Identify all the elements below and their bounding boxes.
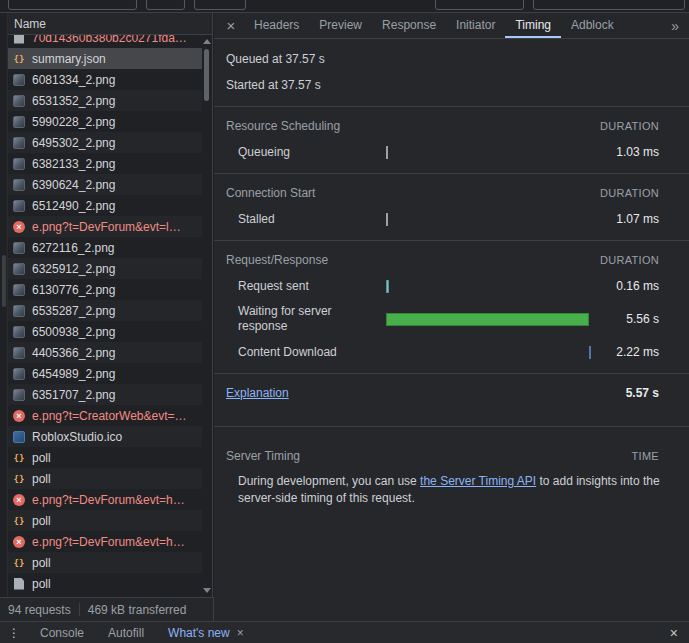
timing-section: Request/ResponseDURATIONRequest sent0.16… xyxy=(214,241,689,374)
network-request-row[interactable]: 6130776_2.png xyxy=(8,279,202,300)
network-request-row[interactable]: 6454989_2.png xyxy=(8,363,202,384)
more-tabs-button[interactable]: » xyxy=(665,13,685,38)
network-request-row[interactable]: {}poll xyxy=(8,510,202,531)
timing-duration-value: 2.22 ms xyxy=(603,345,659,359)
json-file-icon: {} xyxy=(14,558,25,568)
network-request-row[interactable]: 6500938_2.png xyxy=(8,321,202,342)
request-name: 6390624_2.png xyxy=(32,178,198,192)
network-request-row[interactable]: {}poll xyxy=(8,468,202,489)
document-file-icon xyxy=(14,35,24,44)
timing-bar-track xyxy=(386,144,595,160)
timing-sections: Resource SchedulingDURATIONQueueing1.03 … xyxy=(214,107,689,374)
network-summary-bar: 94 requests 469 kB transferred xyxy=(0,597,214,621)
request-name: 6351707_2.png xyxy=(32,388,198,402)
request-name: poll xyxy=(32,472,198,486)
network-request-row[interactable]: 6390624_2.png xyxy=(8,174,202,195)
json-file-icon: {} xyxy=(14,453,25,463)
timing-section-title: Connection Start xyxy=(226,186,315,200)
close-tab-icon[interactable]: × xyxy=(237,626,244,640)
timing-bar xyxy=(386,313,589,326)
timing-row: Queueing1.03 ms xyxy=(214,139,689,165)
name-column-header[interactable]: Name xyxy=(8,13,212,35)
duration-column-header: DURATION xyxy=(600,254,659,266)
scrollbar-thumb[interactable] xyxy=(2,255,6,307)
network-request-row-selected[interactable]: {}summary.json xyxy=(8,48,202,69)
network-request-row[interactable]: 6495302_2.png xyxy=(8,132,202,153)
network-request-row[interactable]: 4405366_2.png xyxy=(8,342,202,363)
toolbar-control-partial[interactable] xyxy=(146,0,185,10)
timing-bar xyxy=(386,280,389,293)
image-thumbnail-icon xyxy=(13,116,25,128)
server-timing-title: Server Timing xyxy=(226,449,300,463)
tab-preview[interactable]: Preview xyxy=(309,13,372,38)
drawer-tabs: ConsoleAutofillWhat's new× xyxy=(28,622,256,643)
request-name: 6130776_2.png xyxy=(32,283,198,297)
timing-duration-value: 1.03 ms xyxy=(603,145,659,159)
timing-bar xyxy=(386,146,388,159)
request-name: 6512490_2.png xyxy=(32,199,198,213)
tab-headers[interactable]: Headers xyxy=(244,13,309,38)
network-request-row[interactable]: 70d14360b380b2c0271fda… xyxy=(8,35,202,48)
request-name: 6382133_2.png xyxy=(32,157,198,171)
tab-adblock[interactable]: Adblock xyxy=(561,13,624,38)
image-thumbnail-icon xyxy=(13,389,25,401)
network-request-row[interactable]: 6512490_2.png xyxy=(8,195,202,216)
toolbar-control-partial[interactable] xyxy=(533,0,685,10)
request-failed-icon: × xyxy=(13,410,25,422)
timing-duration-value: 1.07 ms xyxy=(603,212,659,226)
toolbar-control-partial[interactable] xyxy=(194,0,246,10)
network-request-row[interactable]: {}poll xyxy=(8,447,202,468)
network-request-row[interactable]: ×e.png?t=DevForum&evt=l… xyxy=(8,216,202,237)
duration-column-header: DURATION xyxy=(600,187,659,199)
network-request-row[interactable]: ×e.png?t=DevForum&evt=h… xyxy=(8,531,202,552)
more-options-icon[interactable]: ⋮ xyxy=(0,626,28,640)
tab-response[interactable]: Response xyxy=(372,13,446,38)
network-request-row[interactable]: 6351707_2.png xyxy=(8,384,202,405)
toolbar-control-partial[interactable] xyxy=(8,0,137,10)
network-request-row[interactable]: ×e.png?t=CreatorWeb&evt=… xyxy=(8,405,202,426)
request-name: poll xyxy=(32,514,198,528)
scroll-down-icon[interactable] xyxy=(203,588,211,593)
close-detail-button[interactable]: × xyxy=(218,13,244,38)
requests-scrollbar[interactable] xyxy=(202,35,212,597)
started-at-text: Started at 37.57 s xyxy=(214,70,689,107)
drawer-tab-console[interactable]: Console xyxy=(28,622,96,643)
timing-bar-track xyxy=(386,311,595,327)
network-request-row[interactable]: RobloxStudio.ico xyxy=(8,426,202,447)
timing-total-row: Explanation 5.57 s xyxy=(214,374,689,427)
timing-phase-label: Request sent xyxy=(238,279,378,294)
timing-row: Waiting for server response5.56 s xyxy=(214,299,689,339)
tab-timing[interactable]: Timing xyxy=(505,13,561,38)
network-request-row[interactable]: {}poll xyxy=(8,552,202,573)
timing-section: Resource SchedulingDURATIONQueueing1.03 … xyxy=(214,107,689,174)
explanation-link[interactable]: Explanation xyxy=(226,386,289,400)
timing-row: Content Download2.22 ms xyxy=(214,339,689,365)
network-request-row[interactable]: 6382133_2.png xyxy=(8,153,202,174)
network-request-row[interactable]: 6081334_2.png xyxy=(8,69,202,90)
network-request-row[interactable]: 6272116_2.png xyxy=(8,237,202,258)
window-left-scrollbar[interactable] xyxy=(0,13,8,597)
close-drawer-button[interactable]: × xyxy=(659,625,689,641)
total-duration-value: 5.57 s xyxy=(626,386,659,400)
document-file-icon xyxy=(14,578,24,590)
tab-initiator[interactable]: Initiator xyxy=(446,13,505,38)
drawer-tab-autofill[interactable]: Autofill xyxy=(96,622,156,643)
request-name: e.png?t=DevForum&evt=h… xyxy=(32,535,198,549)
network-request-row[interactable]: 6325912_2.png xyxy=(8,258,202,279)
request-name: 4405366_2.png xyxy=(32,346,198,360)
request-failed-icon: × xyxy=(13,221,25,233)
scrollbar-thumb[interactable] xyxy=(204,49,209,101)
request-name: poll xyxy=(32,556,198,570)
timing-row: Stalled1.07 ms xyxy=(214,206,689,232)
scroll-up-icon[interactable] xyxy=(203,39,211,44)
server-timing-api-link[interactable]: the Server Timing API xyxy=(420,474,536,488)
network-request-row[interactable]: 6531352_2.png xyxy=(8,90,202,111)
drawer-tab-what-s-new[interactable]: What's new× xyxy=(156,622,256,643)
network-request-row[interactable]: 5990228_2.png xyxy=(8,111,202,132)
network-request-row[interactable]: 6535287_2.png xyxy=(8,300,202,321)
network-request-row[interactable]: poll xyxy=(8,573,202,594)
toolbar-control-partial[interactable] xyxy=(435,0,524,10)
drawer-tab-label: Console xyxy=(40,626,84,640)
image-thumbnail-icon xyxy=(13,95,25,107)
network-request-row[interactable]: ×e.png?t=DevForum&evt=h… xyxy=(8,489,202,510)
